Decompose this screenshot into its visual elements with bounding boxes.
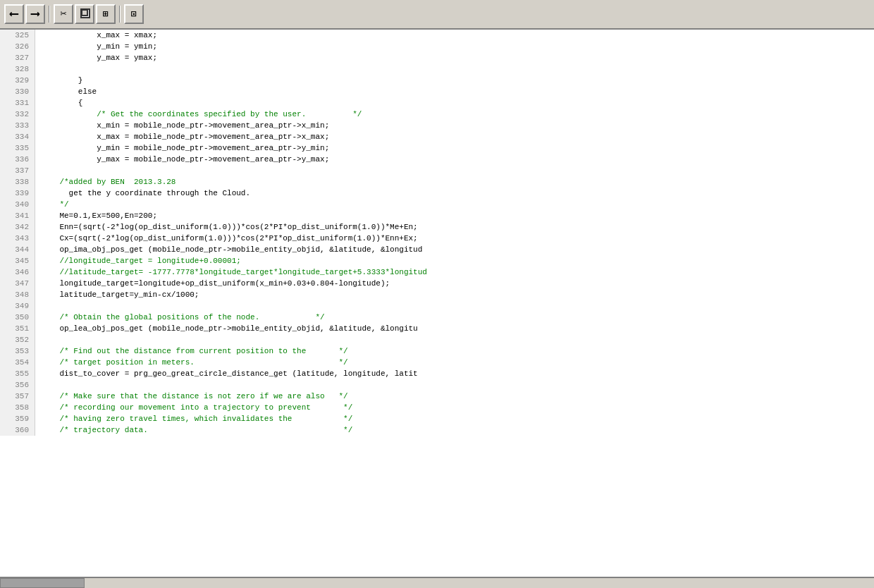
line-number: 358 [0, 402, 35, 413]
line-content: /* Make sure that the distance is not ze… [35, 391, 348, 402]
line-content: y_min = ymin; [35, 41, 157, 52]
line-number: 328 [0, 63, 35, 75]
line-number: 342 [0, 221, 35, 233]
code-row: 359 /* having zero travel times, which i… [0, 413, 874, 424]
line-number: 341 [0, 210, 35, 221]
line-content: x_max = xmax; [35, 30, 157, 41]
code-row: 353 /* Find out the distance from curren… [0, 345, 874, 357]
line-content: /*added by BEN 2013.3.28 [35, 176, 176, 188]
code-row: 340 */ [0, 199, 874, 210]
line-number: 337 [0, 165, 35, 176]
line-number: 340 [0, 199, 35, 210]
separator-2 [119, 6, 121, 23]
line-content: x_min = mobile_node_ptr->movement_area_p… [35, 120, 329, 131]
line-content [35, 63, 41, 75]
code-editor[interactable]: 325 x_max = xmax;326 y_min = ymin;327 y_… [0, 30, 874, 577]
separator-1 [49, 6, 50, 23]
code-row: 325 x_max = xmax; [0, 30, 874, 41]
line-content: } [35, 75, 82, 86]
line-number: 344 [0, 244, 35, 255]
line-number: 357 [0, 391, 35, 402]
line-number: 347 [0, 278, 35, 289]
code-row: 331 { [0, 97, 874, 109]
line-number: 339 [0, 188, 35, 199]
code-row: 333 x_min = mobile_node_ptr->movement_ar… [0, 120, 874, 131]
code-row: 350 /* Obtain the global positions of th… [0, 312, 874, 323]
line-content: op_ima_obj_pos_get (mobile_node_ptr->mob… [35, 244, 422, 255]
code-row: 329 } [0, 75, 874, 86]
code-row: 336 y_max = mobile_node_ptr->movement_ar… [0, 154, 874, 165]
line-content [35, 379, 41, 391]
scrollbar-track[interactable] [0, 578, 874, 588]
cut-button[interactable]: ✂ [54, 4, 73, 24]
cut-icon: ✂ [60, 9, 66, 20]
line-content: else [35, 86, 97, 97]
code-row: 330 else [0, 86, 874, 97]
line-number: 356 [0, 379, 35, 391]
line-number: 343 [0, 233, 35, 244]
line-number: 333 [0, 120, 35, 131]
forward-button[interactable]: ⟶ [25, 4, 45, 24]
back-icon: ⟵ [11, 8, 18, 20]
line-content: Me=0.1,Ex=500,En=200; [35, 210, 157, 221]
code-row: 338 /*added by BEN 2013.3.28 [0, 176, 874, 188]
paste-button[interactable]: ⊞ [96, 4, 116, 24]
line-content: y_min = mobile_node_ptr->movement_area_p… [35, 142, 329, 154]
line-number: 348 [0, 289, 35, 300]
code-row: 348 latitude_target=y_min-cx/1000; [0, 289, 874, 300]
line-number: 325 [0, 30, 35, 41]
code-row: 343 Cx=(sqrt(-2*log(op_dist_uniform(1.0)… [0, 233, 874, 244]
open-button[interactable]: ⊡ [124, 4, 144, 24]
line-content: //latitude_target= -1777.7778*longitude_… [35, 267, 427, 278]
line-number: 355 [0, 368, 35, 379]
code-row: 357 /* Make sure that the distance is no… [0, 391, 874, 402]
code-row: 334 x_max = mobile_node_ptr->movement_ar… [0, 131, 874, 142]
copy-button[interactable] [75, 4, 94, 24]
code-row: 352 [0, 334, 874, 345]
code-row: 337 [0, 165, 874, 176]
line-content: /* Get the coordinates specified by the … [35, 109, 362, 120]
code-row: 358 /* recording our movement into a tra… [0, 402, 874, 413]
code-row: 342 Enn=(sqrt(-2*log(op_dist_uniform(1.0… [0, 221, 874, 233]
line-number: 350 [0, 312, 35, 323]
line-number: 345 [0, 255, 35, 267]
line-number: 354 [0, 357, 35, 368]
code-row: 346 //latitude_target= -1777.7778*longit… [0, 267, 874, 278]
line-content: Cx=(sqrt(-2*log(op_dist_uniform(1.0)))*c… [35, 233, 418, 244]
line-number: 349 [0, 300, 35, 312]
line-content: /* target position in meters. */ [35, 357, 348, 368]
line-content [35, 334, 41, 345]
line-content: get the y coordinate through the Cloud. [35, 188, 250, 199]
code-row: 351 op_lea_obj_pos_get (mobile_node_ptr-… [0, 323, 874, 334]
line-number: 336 [0, 154, 35, 165]
line-number: 351 [0, 323, 35, 334]
line-content: x_max = mobile_node_ptr->movement_area_p… [35, 131, 329, 142]
code-row: 355 dist_to_cover = prg_geo_great_circle… [0, 368, 874, 379]
line-number: 334 [0, 131, 35, 142]
code-row: 341 Me=0.1,Ex=500,En=200; [0, 210, 874, 221]
line-number: 359 [0, 413, 35, 424]
line-content: latitude_target=y_min-cx/1000; [35, 289, 199, 300]
code-row: 327 y_max = ymax; [0, 52, 874, 63]
scrollbar-thumb[interactable] [0, 578, 85, 588]
line-content: //longitude_target = longitude+0.00001; [35, 255, 241, 267]
line-number: 346 [0, 267, 35, 278]
back-button[interactable]: ⟵ [4, 4, 24, 24]
horizontal-scrollbar[interactable] [0, 577, 874, 588]
line-content [35, 300, 41, 312]
forward-icon: ⟶ [32, 8, 39, 20]
line-number: 335 [0, 142, 35, 154]
code-row: 349 [0, 300, 874, 312]
line-content: /* recording our movement into a traject… [35, 402, 352, 413]
line-number: 326 [0, 41, 35, 52]
line-number: 329 [0, 75, 35, 86]
code-row: 335 y_min = mobile_node_ptr->movement_ar… [0, 142, 874, 154]
line-content: { [35, 97, 82, 109]
line-content: dist_to_cover = prg_geo_great_circle_dis… [35, 368, 418, 379]
line-number: 327 [0, 52, 35, 63]
code-row: 344 op_ima_obj_pos_get (mobile_node_ptr-… [0, 244, 874, 255]
line-number: 331 [0, 97, 35, 109]
line-number: 330 [0, 86, 35, 97]
line-content: */ [35, 199, 69, 210]
line-content [35, 165, 41, 176]
